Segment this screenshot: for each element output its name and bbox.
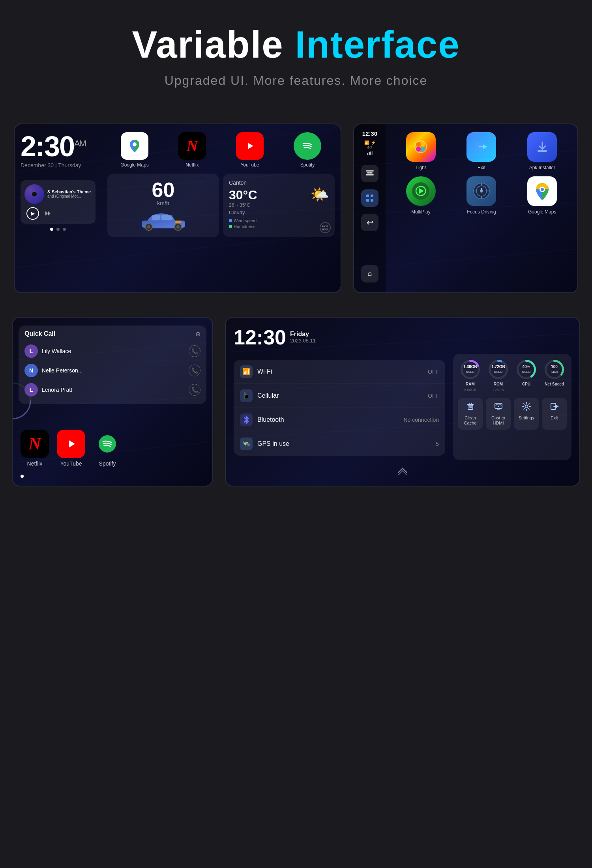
app-netflix-label: Netflix xyxy=(185,162,199,168)
svg-point-40 xyxy=(12,383,30,419)
svg-point-38 xyxy=(541,188,544,191)
app-netflix[interactable]: N Netflix xyxy=(165,132,219,168)
svg-rect-10 xyxy=(152,215,160,220)
svg-rect-27 xyxy=(538,150,547,152)
settings-button[interactable]: Settings xyxy=(514,398,539,430)
contact-name-lily: Lily Wallace xyxy=(42,348,189,354)
bottom-page-dots xyxy=(19,475,206,478)
clock-date: December 30 | Thursday xyxy=(21,162,96,168)
rom-ring: 1.72GBUSED xyxy=(487,359,509,380)
settings-screen: 12:30 Friday 2023.08.11 📶 Wi-Fi OFF xyxy=(225,317,580,486)
svg-point-20 xyxy=(415,141,427,153)
contact-name-nelle: Nelle Peterson... xyxy=(42,367,189,374)
netspeed-value: 100KB/s xyxy=(551,365,558,374)
sidebar-app-light[interactable]: Light xyxy=(393,132,448,170)
music-controls: ▶ ⏭ xyxy=(24,207,92,220)
toggle-wifi[interactable]: 📶 Wi-Fi OFF xyxy=(234,360,445,384)
exit-label: Exit xyxy=(551,415,558,421)
up-arrow[interactable] xyxy=(234,466,571,478)
calls-screen-content: Quick Call ⊕ L Lily Wallace 📞 N Nelle Pe… xyxy=(13,318,212,486)
speed-unit: km/h xyxy=(157,200,169,206)
toggle-bluetooth[interactable]: Bluetooth No connection xyxy=(234,408,445,432)
sidebar-app-apk[interactable]: Apk Installer xyxy=(515,132,570,170)
music-info: & Sebastian's Theme and (Original Mot... xyxy=(47,189,91,198)
clean-cache-button[interactable]: Clean Cache xyxy=(458,398,483,430)
main-screen: 2:30AM December 30 | Thursday & Sebastia… xyxy=(14,123,341,293)
quick-call-title: Quick Call xyxy=(24,330,55,337)
sidebar-app-googlemaps[interactable]: Google Maps xyxy=(515,176,570,215)
app-googlemaps[interactable]: Google Maps xyxy=(107,132,162,168)
svg-point-21 xyxy=(416,142,421,147)
svg-rect-16 xyxy=(366,195,369,197)
quick-call-expand-icon[interactable]: ⊕ xyxy=(195,330,200,338)
svg-rect-13 xyxy=(366,170,374,172)
netspeed-label: Net Speed xyxy=(545,382,564,386)
rom-label: ROM xyxy=(494,382,503,386)
bottom-youtube[interactable]: YouTube xyxy=(57,430,85,467)
speed-value: 60 xyxy=(152,180,175,200)
settings-clock: 12:30 xyxy=(234,326,286,349)
svg-point-61 xyxy=(498,406,499,407)
exit-button[interactable]: Exit xyxy=(542,398,567,430)
contact-lenora[interactable]: L Lenora Pratt 📞 xyxy=(24,380,200,399)
weather-temp: 30°C xyxy=(229,188,257,202)
ram-sub: 8.00GB xyxy=(464,388,476,392)
wind-label: Wind speed xyxy=(234,218,257,223)
cpu-ring: 40%USED xyxy=(515,359,537,380)
sidebar-app-exit[interactable]: Exit xyxy=(454,132,509,170)
left-panel: 2:30AM December 30 | Thursday & Sebastia… xyxy=(15,124,101,292)
clean-cache-label: Clean Cache xyxy=(460,415,481,426)
stat-ram: 1.30GBUSED RAM 8.00GB xyxy=(458,359,483,392)
contact-nelle[interactable]: N Nelle Peterson... 📞 xyxy=(24,361,200,380)
cellular-icon: 📱 xyxy=(240,389,253,402)
toggle-cellular[interactable]: 📱 Cellular OFF xyxy=(234,384,445,408)
svg-line-58 xyxy=(471,403,472,404)
weather-widget: Canton 30°C 26 ~ 35°C Cloudy 🌤️ xyxy=(223,174,335,237)
cpu-value: 40%USED xyxy=(522,365,530,374)
rom-sub: 128GB xyxy=(493,388,504,392)
right-panel: Google Maps N Netflix xyxy=(101,124,341,292)
call-nelle-button[interactable]: 📞 xyxy=(189,365,200,376)
svg-rect-14 xyxy=(367,172,373,174)
music-artist: and (Original Mot... xyxy=(47,194,91,198)
nav-home-button[interactable]: ⌂ xyxy=(361,265,378,282)
cast-to-hdmi-button[interactable]: Cast to HDMI xyxy=(486,398,511,430)
quick-call-header: Quick Call ⊕ xyxy=(24,330,200,338)
play-button[interactable]: ▶ xyxy=(26,207,39,220)
bluetooth-icon xyxy=(240,413,253,426)
app-spotify[interactable]: Spotify xyxy=(280,132,335,168)
toggle-gps[interactable]: 🛰️ GPS in use 5 xyxy=(234,432,445,456)
app-youtube[interactable]: YouTube xyxy=(223,132,277,168)
cpu-sub xyxy=(526,388,527,392)
sidebar-app-light-label: Light xyxy=(416,165,426,170)
contact-lily[interactable]: L Lily Wallace 📞 xyxy=(24,342,200,361)
svg-point-7 xyxy=(147,225,150,228)
bottom-spotify[interactable]: Spotify xyxy=(93,430,122,467)
nav-grid-button[interactable] xyxy=(361,189,378,207)
sidebar-app-multiplay[interactable]: MultiPlay xyxy=(393,176,448,215)
exit-action-icon xyxy=(550,402,559,413)
svg-point-23 xyxy=(416,147,421,152)
call-lily-button[interactable]: 📞 xyxy=(189,345,200,357)
wifi-status: OFF xyxy=(428,369,439,375)
sidebar-app-focus-driving[interactable]: Focus Driving xyxy=(454,176,509,215)
nav-time: 12:30 xyxy=(362,130,377,137)
nav-back-button[interactable]: ↩ xyxy=(361,214,378,231)
spotify-bottom-icon xyxy=(93,430,122,458)
clean-cache-icon xyxy=(466,402,475,413)
nav-menu-button[interactable] xyxy=(361,165,378,182)
netflix-icon: N xyxy=(178,132,206,160)
stat-cpu: 40%USED CPU xyxy=(514,359,539,392)
lv-indicator: Lv 396% xyxy=(320,222,331,233)
weather-city: Canton xyxy=(229,180,329,186)
bottom-netflix-label: Netflix xyxy=(27,460,43,467)
ram-value: 1.30GBUSED xyxy=(463,365,477,374)
app-spotify-label: Spotify xyxy=(300,162,315,168)
next-button[interactable]: ⏭ xyxy=(45,209,52,217)
call-lenora-button[interactable]: 📞 xyxy=(189,384,200,396)
bluetooth-status: No connection xyxy=(403,417,439,423)
cast-to-hdmi-label: Cast to HDMI xyxy=(488,415,509,426)
svg-rect-19 xyxy=(371,199,373,202)
svg-point-3 xyxy=(299,137,316,155)
bottom-youtube-label: YouTube xyxy=(60,460,82,467)
